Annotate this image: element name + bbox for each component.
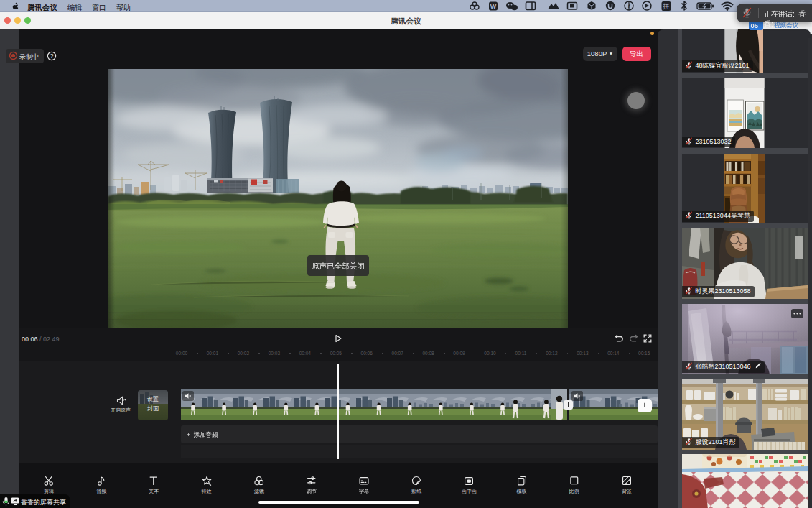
svg-text:W: W bbox=[490, 3, 497, 10]
svg-text:原声已全部关闭: 原声已全部关闭 bbox=[312, 262, 365, 270]
svg-text:f: f bbox=[628, 3, 630, 9]
svg-text:?: ? bbox=[50, 52, 54, 60]
svg-text:拼: 拼 bbox=[663, 3, 670, 10]
